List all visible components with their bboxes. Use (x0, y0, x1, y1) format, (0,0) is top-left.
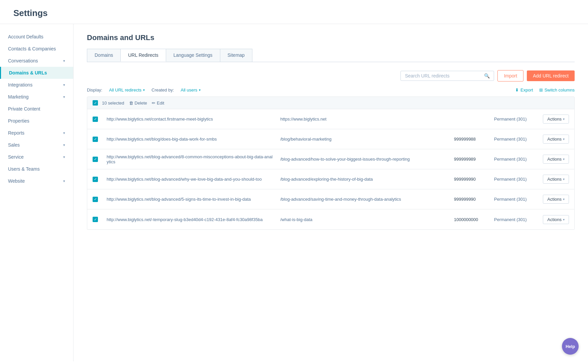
destination-url-cell-2: /blog-advanced/how-to-solve-your-biggest… (277, 153, 451, 166)
sidebar-item-label-account-defaults: Account Defaults (8, 34, 43, 39)
sidebar-item-domains-urls[interactable]: Domains & URLs (0, 67, 73, 79)
actions-button-4[interactable]: Actions ▾ (543, 195, 569, 204)
chevron-down-icon: ▾ (63, 95, 65, 99)
actions-button-2[interactable]: Actions ▾ (543, 155, 569, 164)
table-row: http://www.biglytics.net/contact.firstna… (87, 109, 574, 129)
search-input[interactable] (405, 73, 484, 78)
sidebar-item-website[interactable]: Website▾ (0, 175, 73, 187)
count-cell-2: 999999989 (451, 153, 491, 166)
filters-row: Display: All URL redirects ▾ Created by:… (87, 87, 575, 93)
sidebar-item-contacts-companies[interactable]: Contacts & Companies (0, 43, 73, 55)
original-url-5: http://www.biglytics.net/-temporary-slug… (107, 217, 263, 222)
redirect-count-1: 999999988 (454, 137, 476, 142)
original-url-4: http://www.biglytics.net/blog-advanced/5… (107, 197, 251, 202)
sidebar-item-reports[interactable]: Reports▾ (0, 127, 73, 139)
sidebar-item-properties[interactable]: Properties (0, 115, 73, 127)
row-checkbox-5[interactable] (93, 217, 98, 222)
type-cell-1: Permanent (301) (491, 133, 534, 146)
tab-domains[interactable]: Domains (87, 49, 121, 62)
sidebar-item-account-defaults[interactable]: Account Defaults (0, 31, 73, 43)
type-cell-0: Permanent (301) (491, 113, 534, 126)
switch-columns-button[interactable]: ⊞ Switch columns (539, 87, 575, 93)
original-url-cell-5: http://www.biglytics.net/-temporary-slug… (103, 213, 277, 226)
original-url-cell-1: http://www.biglytics.net/blog/does-big-d… (103, 133, 277, 146)
import-button[interactable]: Import (497, 70, 523, 81)
row-checkbox-cell-0 (87, 113, 103, 126)
count-cell-4: 999999990 (451, 193, 491, 206)
tabs-container: DomainsURL RedirectsLanguage SettingsSit… (87, 49, 575, 62)
type-cell-2: Permanent (301) (491, 153, 534, 166)
display-filter[interactable]: All URL redirects ▾ (109, 87, 145, 93)
tab-sitemap[interactable]: Sitemap (220, 49, 252, 62)
actions-cell-0: Actions ▾ (534, 111, 574, 128)
redirect-count-2: 999999989 (454, 157, 476, 162)
sidebar-item-label-website: Website (8, 178, 25, 184)
actions-cell-3: Actions ▾ (534, 171, 574, 188)
sidebar-item-label-private-content: Private Content (8, 106, 40, 112)
actions-arrow-icon-5: ▾ (563, 218, 565, 221)
original-url-1: http://www.biglytics.net/blog/does-big-d… (107, 137, 217, 142)
bulk-delete-button[interactable]: 🗑 Delete (129, 101, 147, 106)
sidebar-item-label-integrations: Integrations (8, 82, 32, 87)
row-checkbox-cell-5 (87, 213, 103, 226)
bulk-actions: 10 selected 🗑 Delete ✏ Edit (102, 101, 164, 106)
chevron-down-icon: ▾ (63, 59, 65, 63)
actions-arrow-icon-0: ▾ (563, 117, 565, 121)
sidebar-item-label-properties: Properties (8, 118, 29, 124)
sidebar-item-integrations[interactable]: Integrations▾ (0, 79, 73, 91)
row-checkbox-3[interactable] (93, 177, 98, 182)
destination-url-1: /blog/behavioral-marketing (280, 137, 332, 142)
actions-button-5[interactable]: Actions ▾ (543, 215, 569, 224)
created-by-filter[interactable]: All users ▾ (181, 87, 201, 93)
main-content: Domains and URLs DomainsURL RedirectsLan… (74, 24, 588, 361)
row-checkbox-2[interactable] (93, 157, 98, 162)
help-button[interactable]: Help (562, 338, 579, 355)
destination-url-3: /blog-advanced/exploring-the-history-of-… (280, 177, 373, 182)
created-by-filter-arrow-icon: ▾ (199, 88, 201, 92)
destination-url-cell-1: /blog/behavioral-marketing (277, 133, 451, 146)
count-cell-1: 999999988 (451, 133, 491, 146)
created-by-label: Created by: (151, 87, 174, 93)
chevron-down-icon: ▾ (63, 83, 65, 87)
table-row: http://www.biglytics.net/blog-advanced/5… (87, 189, 574, 209)
bulk-edit-button[interactable]: ✏ Edit (152, 101, 164, 106)
toolbar: 🔍 Import Add URL redirect (87, 70, 575, 81)
select-all-checkbox[interactable] (93, 100, 98, 106)
original-url-3: http://www.biglytics.net/blog-advanced/w… (107, 177, 262, 182)
destination-url-cell-5: /what-is-big-data (277, 213, 451, 226)
actions-label-3: Actions (547, 177, 562, 182)
add-redirect-button[interactable]: Add URL redirect (527, 70, 575, 81)
redirect-type-5: Permanent (301) (494, 217, 527, 222)
sidebar-item-service[interactable]: Service▾ (0, 151, 73, 163)
tab-language-settings[interactable]: Language Settings (166, 49, 220, 62)
chevron-down-icon: ▾ (63, 155, 65, 159)
sidebar-item-sales[interactable]: Sales▾ (0, 139, 73, 151)
actions-label-4: Actions (547, 197, 562, 202)
type-cell-4: Permanent (301) (491, 193, 534, 206)
search-icon[interactable]: 🔍 (484, 73, 490, 78)
actions-cell-4: Actions ▾ (534, 191, 574, 208)
delete-icon: 🗑 (129, 101, 133, 106)
export-button[interactable]: ⬇ Export (515, 87, 533, 93)
actions-button-0[interactable]: Actions ▾ (543, 115, 569, 124)
sidebar-item-users-teams[interactable]: Users & Teams (0, 163, 73, 175)
sidebar-item-conversations[interactable]: Conversations▾ (0, 55, 73, 67)
row-checkbox-cell-2 (87, 153, 103, 166)
sidebar-item-label-conversations: Conversations (8, 58, 38, 63)
actions-button-1[interactable]: Actions ▾ (543, 135, 569, 144)
tab-url-redirects[interactable]: URL Redirects (120, 49, 166, 62)
row-checkbox-cell-1 (87, 133, 103, 146)
sidebar-item-label-service: Service (8, 154, 24, 160)
actions-arrow-icon-3: ▾ (563, 177, 565, 181)
sidebar-item-marketing[interactable]: Marketing▾ (0, 91, 73, 103)
redirect-type-3: Permanent (301) (494, 177, 527, 182)
row-checkbox-4[interactable] (93, 197, 98, 202)
page-header-title: Settings (13, 8, 575, 18)
row-checkbox-1[interactable] (93, 137, 98, 142)
redirect-count-4: 999999990 (454, 197, 476, 202)
actions-cell-5: Actions ▾ (534, 211, 574, 228)
sidebar-item-private-content[interactable]: Private Content (0, 103, 73, 115)
original-url-0: http://www.biglytics.net/contact.firstna… (107, 117, 213, 122)
actions-button-3[interactable]: Actions ▾ (543, 175, 569, 184)
row-checkbox-0[interactable] (93, 117, 98, 122)
